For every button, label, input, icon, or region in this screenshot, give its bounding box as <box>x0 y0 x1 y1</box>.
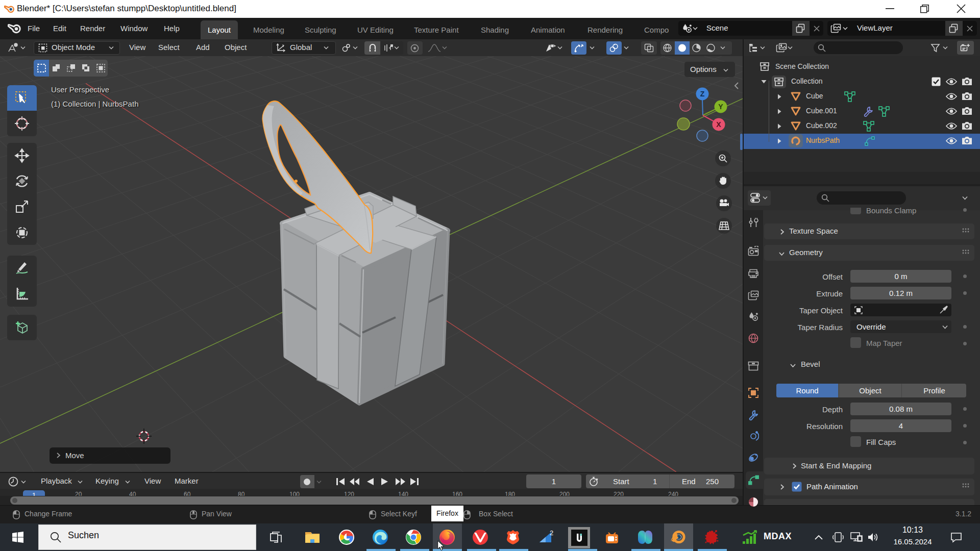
svg-text:Y: Y <box>718 103 723 111</box>
svg-text:2: 2 <box>550 529 553 537</box>
svg-text:Z: Z <box>700 90 705 98</box>
svg-text:X: X <box>716 120 721 129</box>
